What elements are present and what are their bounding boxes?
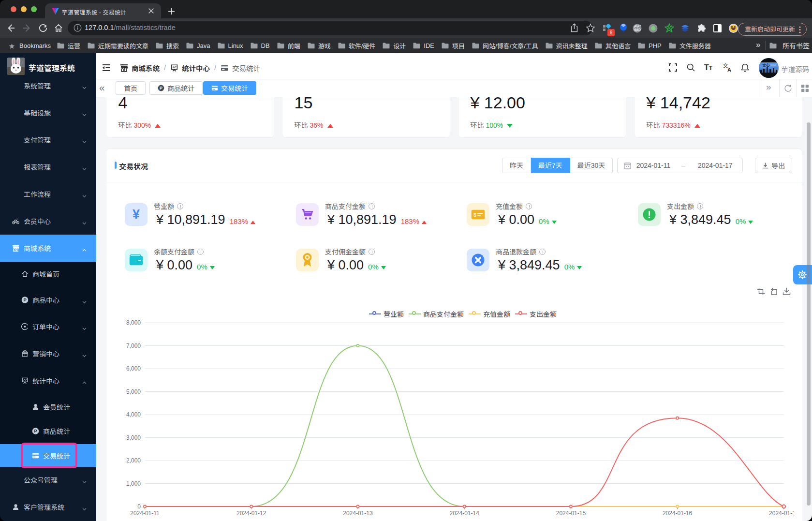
svg-text:P: P bbox=[34, 429, 37, 433]
svg-text:A: A bbox=[727, 67, 731, 72]
svg-text:3,000: 3,000 bbox=[126, 434, 141, 441]
svg-text:5,000: 5,000 bbox=[126, 388, 141, 395]
svg-text:2,000: 2,000 bbox=[126, 457, 141, 464]
svg-text:2024-01-16: 2024-01-16 bbox=[663, 510, 693, 517]
svg-text:文心: 文心 bbox=[762, 62, 770, 68]
svg-text:8,000: 8,000 bbox=[126, 319, 141, 326]
svg-text:4,000: 4,000 bbox=[126, 411, 141, 418]
svg-text:2024-01-15: 2024-01-15 bbox=[556, 510, 586, 517]
svg-text:2024-01-14: 2024-01-14 bbox=[450, 510, 480, 517]
svg-text:2024-01-17: 2024-01-17 bbox=[769, 510, 794, 517]
svg-text:2024-01-11: 2024-01-11 bbox=[130, 510, 160, 517]
svg-text:2024-01-13: 2024-01-13 bbox=[343, 510, 373, 517]
svg-text:6,000: 6,000 bbox=[126, 365, 141, 372]
svg-text:0: 0 bbox=[137, 503, 141, 510]
svg-text:P: P bbox=[160, 86, 162, 90]
svg-text:$: $ bbox=[473, 212, 476, 218]
svg-text:7,000: 7,000 bbox=[126, 342, 141, 349]
svg-text:1,000: 1,000 bbox=[126, 480, 141, 487]
svg-text:2024-01-12: 2024-01-12 bbox=[236, 510, 266, 517]
svg-text:P: P bbox=[23, 298, 26, 302]
